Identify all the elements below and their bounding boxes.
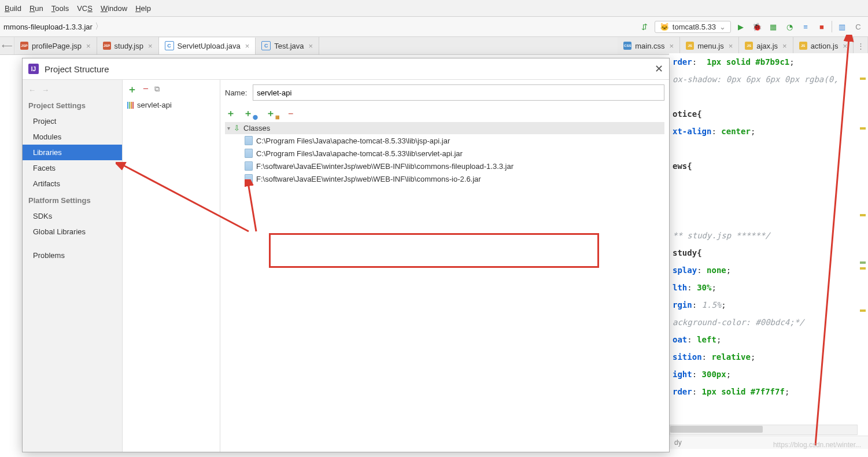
- tab-menujs[interactable]: JSmenu.js×: [680, 37, 739, 54]
- profile-button[interactable]: ◔: [783, 20, 796, 33]
- horizontal-scrollbar[interactable]: [670, 425, 858, 435]
- close-icon[interactable]: ×: [309, 42, 313, 50]
- watermark: https://blog.csdn.net/winter...: [773, 441, 861, 449]
- close-icon[interactable]: ×: [148, 42, 153, 50]
- dialog-titlebar: IJ Project Structure ✕: [23, 58, 669, 80]
- tab-test[interactable]: CTest.java×: [256, 37, 319, 54]
- jsp-icon: JSP: [103, 42, 111, 50]
- project-structure-dialog: IJ Project Structure ✕ ←→ Project Settin…: [22, 58, 670, 452]
- add-library-icon[interactable]: ＋: [127, 83, 137, 96]
- attach-button[interactable]: ≡: [799, 20, 812, 33]
- nav-group-platform: Platform Settings: [23, 191, 122, 208]
- run-config-label: tomcat8.5.33: [673, 23, 716, 31]
- nav-item-libraries[interactable]: Libraries: [23, 145, 122, 160]
- close-icon[interactable]: ×: [670, 42, 674, 50]
- tab-scroll-left[interactable]: ⟵: [0, 37, 14, 54]
- tab-study[interactable]: JSPstudy.jsp×: [97, 37, 159, 54]
- library-detail-panel: Name: ＋ ＋⬤ ＋▦ − ▾ ⇩ Classes C:\Program F…: [220, 80, 669, 452]
- tab-servletupload[interactable]: CServletUpload.java×: [159, 38, 256, 55]
- jsp-icon: JSP: [20, 42, 28, 50]
- nav-item-facets[interactable]: Facets: [23, 160, 122, 176]
- tab-ajaxjs[interactable]: JSajax.js×: [739, 37, 793, 54]
- jar-item[interactable]: C:\Program Files\Java\apache-tomcat-8.5.…: [225, 147, 664, 160]
- tab-overflow[interactable]: ⋮: [854, 37, 868, 54]
- editor-area[interactable]: rder: 1px solid #b7b9c1;ox-shadow: 0px 6…: [669, 53, 868, 457]
- expand-icon[interactable]: ▾: [227, 125, 230, 131]
- jar-icon: [245, 161, 253, 171]
- chevron-down-icon: ⌄: [719, 23, 726, 31]
- tab-maincss[interactable]: CSSmain.css×: [618, 37, 680, 54]
- library-name-input[interactable]: [253, 84, 664, 101]
- js-icon: JS: [686, 42, 694, 50]
- java-class-icon: C: [165, 41, 174, 50]
- menu-help[interactable]: Help: [135, 4, 151, 13]
- add-exclude-icon[interactable]: ＋▦: [266, 108, 280, 120]
- copy-library-icon[interactable]: ⧉: [154, 84, 160, 94]
- close-icon[interactable]: ×: [86, 42, 91, 50]
- warning-marker[interactable]: [860, 267, 866, 270]
- warning-marker[interactable]: [860, 127, 866, 130]
- menu-tools[interactable]: Tools: [51, 4, 69, 13]
- close-icon[interactable]: ✕: [655, 62, 663, 75]
- nav-item-global-libraries[interactable]: Global Libraries: [23, 224, 122, 239]
- dialog-title: Project Structure: [45, 64, 109, 74]
- nav-back-icon[interactable]: ←: [28, 86, 36, 94]
- debug-button[interactable]: 🐞: [751, 20, 763, 33]
- jar-item[interactable]: C:\Program Files\Java\apache-tomcat-8.5.…: [225, 134, 664, 147]
- warning-marker[interactable]: [860, 309, 866, 312]
- jar-icon: [245, 136, 253, 145]
- run-button[interactable]: ▶: [734, 20, 747, 33]
- library-icon: [127, 102, 134, 109]
- dialog-nav: ←→ Project Settings Project Modules Libr…: [23, 80, 123, 452]
- tab-actionjs[interactable]: JSaction.js×: [793, 37, 854, 54]
- name-label: Name:: [225, 89, 247, 97]
- breadcrumb-segment[interactable]: mmons-fileupload-1.3.3.jar: [3, 23, 93, 31]
- close-icon[interactable]: ×: [245, 42, 250, 50]
- close-icon[interactable]: ×: [782, 42, 787, 50]
- classes-group-icon: ⇩: [234, 124, 240, 132]
- coverage-button[interactable]: ▦: [767, 20, 780, 33]
- menu-run[interactable]: Run: [29, 4, 43, 13]
- menu-build[interactable]: BBuilduild: [5, 4, 21, 13]
- nav-item-artifacts[interactable]: Artifacts: [23, 176, 122, 191]
- tomcat-icon: 🐱: [660, 23, 669, 31]
- nav-item-project[interactable]: Project: [23, 113, 122, 129]
- nav-item-sdks[interactable]: SDKs: [23, 208, 122, 224]
- java-class-icon: C: [261, 41, 271, 50]
- library-list-column: ＋ − ⧉ servlet-api: [123, 80, 220, 452]
- warning-marker[interactable]: [860, 78, 866, 80]
- chevron-right-icon: 〉: [95, 21, 103, 32]
- project-structure-icon[interactable]: ▥: [836, 20, 848, 33]
- nav-item-modules[interactable]: Modules: [23, 129, 122, 145]
- tab-profilepage[interactable]: JSPprofilePage.jsp×: [14, 37, 97, 54]
- css-icon: CSS: [623, 42, 631, 50]
- intellij-icon: IJ: [28, 64, 39, 74]
- sync-icon[interactable]: ⇵: [638, 20, 651, 33]
- remove-library-icon[interactable]: −: [143, 83, 149, 95]
- add-from-maven-icon[interactable]: ＋⬤: [243, 108, 258, 120]
- jar-item[interactable]: F:\software\JavaEE\winterJsp\web\WEB-INF…: [225, 160, 664, 172]
- warning-marker[interactable]: [860, 214, 866, 216]
- jar-icon: [245, 149, 253, 158]
- add-classes-icon[interactable]: ＋: [226, 108, 235, 120]
- classes-node[interactable]: ▾ ⇩ Classes: [225, 122, 664, 134]
- search-icon[interactable]: C: [852, 20, 865, 33]
- nav-forward-icon[interactable]: →: [42, 86, 49, 94]
- nav-group-project: Project Settings: [23, 97, 122, 113]
- js-icon: JS: [799, 42, 807, 50]
- menu-window[interactable]: Window: [101, 4, 127, 13]
- editor-tabs: ⟵ JSPprofilePage.jsp× JSPstudy.jsp× CSer…: [0, 37, 868, 55]
- warning-marker[interactable]: [860, 261, 866, 264]
- run-config-select[interactable]: 🐱 tomcat8.5.33 ⌄: [655, 21, 731, 33]
- close-icon[interactable]: ×: [843, 42, 847, 50]
- menu-vcs[interactable]: VCS: [77, 4, 93, 13]
- stop-button[interactable]: ■: [815, 20, 828, 33]
- jar-item[interactable]: F:\software\JavaEE\winterJsp\web\WEB-INF…: [225, 172, 664, 185]
- jar-icon: [245, 174, 253, 183]
- breadcrumb: mmons-fileupload-1.3.3.jar 〉: [3, 21, 635, 32]
- nav-item-problems[interactable]: Problems: [23, 248, 122, 263]
- library-list-item[interactable]: servlet-api: [123, 98, 220, 112]
- close-icon[interactable]: ×: [729, 42, 733, 50]
- remove-classes-icon[interactable]: −: [288, 109, 293, 119]
- classes-tree: ▾ ⇩ Classes C:\Program Files\Java\apache…: [225, 122, 664, 185]
